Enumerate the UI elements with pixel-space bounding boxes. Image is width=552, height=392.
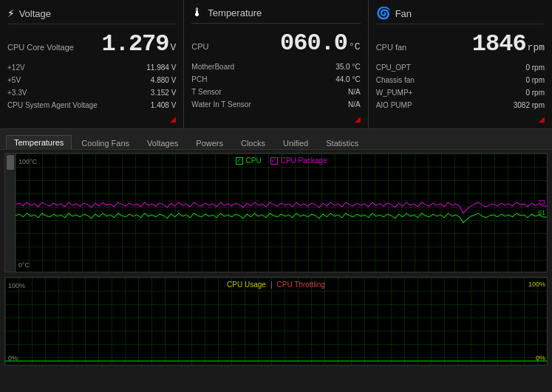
temp-row-tsensor-label: T Sensor: [191, 86, 221, 98]
temp-row-water: Water In T Sensor N/A: [191, 99, 360, 111]
cpu-core-voltage-label: CPU Core Voltage: [7, 43, 74, 52]
legend-cpu-check: ✓: [236, 157, 243, 165]
temperature-corner: [355, 117, 361, 123]
fan-row-aio: AIO PUMP 3082 rpm: [376, 100, 545, 111]
cpu-fan-unit: rpm: [528, 42, 545, 53]
hardware-bar: ⚡ Voltage CPU Core Voltage 1.279 V +12V …: [0, 0, 552, 129]
cpu-usage-label: CPU Usage: [227, 281, 266, 289]
scroll-sidebar[interactable]: [5, 154, 16, 272]
fan-rows: CPU_OPT 0 rpm Chassis fan 0 rpm W_PUMP+ …: [376, 62, 545, 117]
cpu-core-voltage-unit: V: [171, 42, 177, 53]
voltage-row-12v-value: 11.984 V: [146, 62, 176, 74]
graph-legend: ✓ CPU ✓ CPU Package: [236, 157, 327, 165]
legend-cpu-package-label: CPU Package: [281, 157, 327, 165]
voltage-rows: +12V 11.984 V +5V 4.880 V +3.3V 3.152 V …: [7, 62, 176, 117]
temp-row-mb-label: MotherBoard: [191, 61, 234, 73]
legend-cpu: ✓ CPU: [236, 157, 262, 165]
tab-temperatures[interactable]: Temperatures: [6, 135, 72, 150]
fan-row-wpump-value: 0 rpm: [525, 87, 545, 99]
voltage-row-12v: +12V 11.984 V: [7, 62, 176, 74]
tabs-container: Temperatures Cooling Fans Voltages Power…: [0, 129, 552, 150]
fan-row-chassis: Chassis fan 0 rpm: [376, 75, 545, 86]
voltage-row-5v-value: 4.880 V: [151, 75, 176, 86]
legend-cpu-label: CPU: [246, 157, 262, 165]
temperature-icon: 🌡: [191, 6, 203, 20]
temp-row-tsensor: T Sensor N/A: [191, 86, 360, 98]
voltage-row-5v: +5V 4.880 V: [7, 75, 176, 86]
fan-row-chassis-label: Chassis fan: [376, 75, 415, 86]
temp-row-pch: PCH 44.0 °C: [191, 74, 360, 86]
temperature-header: 🌡 Temperature: [191, 6, 360, 24]
cpu-usage-waveform: [5, 278, 547, 365]
temperature-section: 🌡 Temperature CPU 060.0 °C MotherBoard 3…: [184, 0, 368, 128]
tab-statistics[interactable]: Statistics: [318, 136, 367, 150]
tab-powers[interactable]: Powers: [188, 136, 231, 150]
voltage-main-row: CPU Core Voltage 1.279 V: [7, 30, 176, 58]
fan-row-opt: CPU_OPT 0 rpm: [376, 62, 545, 74]
fan-row-wpump: W_PUMP+ 0 rpm: [376, 87, 545, 99]
voltage-row-5v-label: +5V: [7, 75, 21, 86]
cpu-fan-label: CPU fan: [376, 43, 407, 52]
voltage-row-sa-label: CPU System Agent Voltage: [7, 100, 98, 111]
temp-row-water-value: N/A: [348, 99, 361, 111]
voltage-corner: [170, 117, 176, 123]
fan-icon: 🌀: [376, 6, 391, 21]
temperature-title: Temperature: [208, 7, 262, 18]
temperature-main-row: CPU 060.0 °C: [191, 30, 360, 57]
temp-row-pch-value: 44.0 °C: [335, 74, 360, 86]
voltage-row-sa-value: 1.408 V: [151, 100, 176, 111]
cpu-fan-value: 1846: [472, 30, 526, 58]
temp-row-water-label: Water In T Sensor: [191, 99, 251, 111]
fan-row-aio-label: AIO PUMP: [376, 100, 412, 111]
fan-header: 🌀 Fan: [376, 6, 545, 24]
tab-voltages[interactable]: Voltages: [139, 136, 186, 150]
tab-cooling-fans[interactable]: Cooling Fans: [73, 136, 137, 150]
voltage-row-3v3-label: +3.3V: [7, 87, 27, 99]
graphs-area: ✓ CPU ✓ CPU Package 100°C 0°C 73 61: [0, 150, 552, 368]
fan-row-aio-value: 3082 rpm: [514, 100, 545, 111]
fan-title: Fan: [395, 8, 412, 19]
fan-main-row: CPU fan 1846 rpm: [376, 30, 545, 58]
legend-cpu-package: ✓ CPU Package: [270, 157, 327, 165]
temp-row-mb-value: 35.0 °C: [335, 61, 360, 73]
voltage-row-3v3: +3.3V 3.152 V: [7, 87, 176, 99]
fan-section: 🌀 Fan CPU fan 1846 rpm CPU_OPT 0 rpm Cha…: [369, 0, 552, 128]
cpu-temp-label: CPU: [191, 42, 208, 51]
fan-corner: [539, 117, 545, 123]
voltage-icon: ⚡: [7, 6, 15, 21]
voltage-header: ⚡ Voltage: [7, 6, 176, 24]
legend-cpu-package-check: ✓: [270, 157, 278, 165]
fan-row-opt-label: CPU_OPT: [376, 62, 411, 74]
voltage-row-sa: CPU System Agent Voltage 1.408 V: [7, 100, 176, 111]
temperature-graph-main: ✓ CPU ✓ CPU Package 100°C 0°C 73 61: [16, 154, 547, 272]
temperature-rows: MotherBoard 35.0 °C PCH 44.0 °C T Sensor…: [191, 61, 360, 117]
cpu-core-voltage-value: 1.279: [102, 30, 169, 58]
cpu-usage-graph: CPU Usage | CPU Throttling 100% 0% 100% …: [4, 277, 548, 365]
cpu-usage-title: CPU Usage | CPU Throttling: [227, 281, 325, 289]
cpu-temp-value: 060.0: [280, 30, 347, 57]
voltage-row-12v-label: +12V: [7, 62, 25, 74]
voltage-section: ⚡ Voltage CPU Core Voltage 1.279 V +12V …: [0, 0, 184, 128]
voltage-title: Voltage: [19, 8, 51, 19]
tab-clocks[interactable]: Clocks: [233, 136, 273, 150]
cpu-throttling-label: CPU Throttling: [277, 281, 325, 289]
temp-row-mb: MotherBoard 35.0 °C: [191, 61, 360, 73]
temperature-waveform: [16, 154, 547, 272]
fan-row-chassis-value: 0 rpm: [525, 75, 545, 86]
cpu-temp-unit: °C: [349, 41, 361, 52]
temp-row-pch-label: PCH: [191, 74, 207, 86]
scroll-thumb[interactable]: [7, 155, 14, 170]
tab-unified[interactable]: Unified: [275, 136, 316, 150]
fan-row-wpump-label: W_PUMP+: [376, 87, 413, 99]
title-separator: |: [270, 281, 273, 289]
fan-row-opt-value: 0 rpm: [525, 62, 545, 74]
voltage-row-3v3-value: 3.152 V: [151, 87, 176, 99]
temp-row-tsensor-value: N/A: [348, 86, 361, 98]
temperature-graph: ✓ CPU ✓ CPU Package 100°C 0°C 73 61: [4, 153, 548, 272]
